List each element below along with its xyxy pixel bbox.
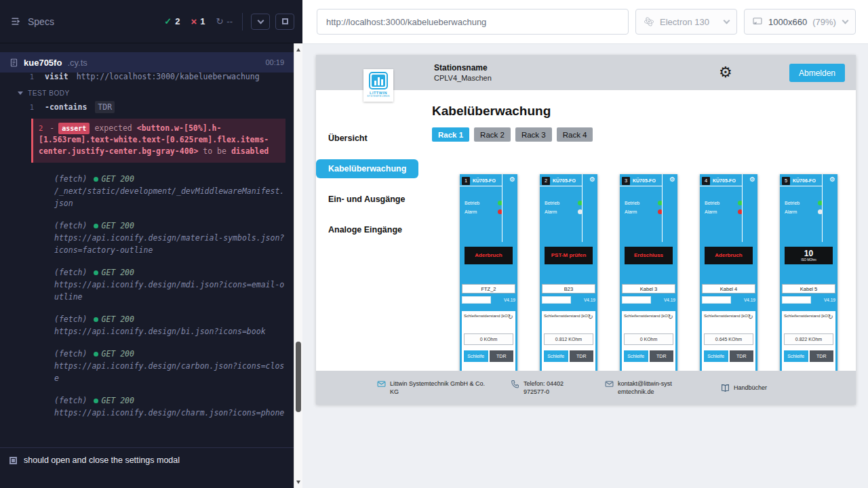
app-main: Kabelüberwachung Rack 1 Rack 2 Rack 3 Ra…: [421, 90, 856, 405]
fetch-log-entry[interactable]: (fetch)GET 200 /_next/static/development…: [54, 173, 287, 209]
indicator-box: [462, 296, 491, 304]
check-icon: ✓: [164, 16, 172, 26]
refresh-icon[interactable]: ↻: [828, 314, 833, 320]
scrollbar-thumb[interactable]: [296, 342, 301, 413]
tdr-button[interactable]: TDR: [570, 350, 594, 362]
card-number-badge: 3: [622, 177, 630, 185]
schleife-button[interactable]: Schleife: [544, 350, 568, 362]
tab-rack-3[interactable]: Rack 3: [515, 127, 552, 142]
betrieb-label: Betrieb: [705, 201, 719, 205]
assert-state: disabled: [231, 146, 269, 156]
card-divider: [540, 186, 582, 186]
fetch-log-entry[interactable]: (fetch)GET 200 https://api.iconify.desig…: [54, 394, 287, 419]
cable-name: Kabel 5: [782, 284, 835, 293]
visit-command[interactable]: 1 visit http://localhost:3000/kabelueber…: [9, 73, 294, 83]
scroll-up-arrow[interactable]: [294, 45, 302, 54]
resistance-panel: Schleifenwiderstand [kOhm]↻ 0.812 KOhm S…: [542, 311, 595, 378]
fetch-prefix: (fetch): [54, 220, 87, 232]
success-dot-icon: [94, 177, 98, 182]
resistance-label: Schleifenwiderstand [kOhm]: [624, 314, 668, 318]
betrieb-label: Betrieb: [625, 201, 639, 205]
card-gear-icon[interactable]: ⚙: [829, 176, 835, 183]
sidebar-scrollbar[interactable]: [294, 43, 302, 488]
alarm-label: Alarm: [545, 209, 557, 214]
card-gear-icon[interactable]: ⚙: [669, 176, 675, 183]
refresh-icon[interactable]: ↻: [748, 314, 753, 320]
status-display: Aderbruch: [705, 247, 753, 264]
logout-button[interactable]: Abmelden: [789, 64, 845, 82]
passed-count: ✓2: [164, 16, 180, 26]
email-address: kontakt@littwin-systemtechnik.de: [618, 380, 673, 396]
tdr-button[interactable]: TDR: [490, 350, 514, 362]
sidebar-item-uebersicht[interactable]: Übersicht: [316, 129, 421, 148]
pending-test-icon: [9, 457, 17, 464]
aut-panel: Electron 130 1000x660 (79%) LITTWIN SYST…: [302, 0, 868, 488]
company-name: Littwin Systemtechnik GmbH & Co. KG: [390, 380, 492, 396]
spec-file-icon: [9, 58, 18, 67]
sidebar-item-analoge-eingaenge[interactable]: Analoge Eingänge: [316, 220, 421, 239]
fetch-prefix: (fetch): [54, 313, 87, 325]
resistance-panel: Schleifenwiderstand [kOhm]↻ 0.645 KOhm S…: [702, 311, 755, 378]
stop-tests-button[interactable]: [275, 14, 294, 30]
refresh-icon[interactable]: ↻: [508, 314, 513, 320]
fetch-log-entry[interactable]: (fetch)GET 200 https://api.iconify.desig…: [54, 266, 287, 303]
schleife-button[interactable]: Schleife: [704, 350, 728, 362]
fetch-log-entry[interactable]: (fetch)GET 200 https://api.iconify.desig…: [54, 313, 287, 338]
schleife-button[interactable]: Schleife: [624, 350, 648, 362]
line-number: 2: [39, 124, 43, 132]
fetch-url: https://api.iconify.design/mdi.json?icon…: [54, 279, 287, 303]
tdr-button[interactable]: TDR: [810, 350, 834, 362]
tdr-button[interactable]: TDR: [730, 350, 754, 362]
card-divider: [502, 174, 502, 242]
card-gear-icon[interactable]: ⚙: [589, 176, 595, 183]
refresh-icon[interactable]: ↻: [668, 314, 673, 320]
app-footer: Littwin Systemtechnik GmbH & Co. KG Tele…: [316, 371, 856, 405]
status-text: Erdschluss: [634, 253, 663, 259]
card-gear-icon[interactable]: ⚙: [749, 176, 755, 183]
littwin-logo: LITTWIN SYSTEMTECHNIK: [363, 69, 393, 102]
settings-gear-icon[interactable]: ⚙: [719, 65, 732, 80]
app-window: LITTWIN SYSTEMTECHNIK Stationsname CPLV4…: [316, 55, 856, 405]
logo-icon: [369, 72, 388, 89]
chevron-down-icon: [257, 17, 264, 24]
failed-assert-command[interactable]: 2-assertexpected <button.w-[50%].h-[1.56…: [31, 119, 285, 163]
specs-menu-button[interactable]: Specs: [11, 16, 54, 27]
spec-header[interactable]: kue705fo.cy.ts 00:19: [0, 52, 294, 73]
fetch-log-entry[interactable]: (fetch)GET 200 https://api.iconify.desig…: [54, 220, 287, 256]
url-input[interactable]: [317, 9, 629, 35]
sidebar-item-ein-und-ausgaenge[interactable]: Ein- und Ausgänge: [316, 190, 421, 209]
tab-rack-4[interactable]: Rack 4: [557, 127, 593, 142]
scroll-down-arrow[interactable]: [294, 477, 302, 487]
contains-command[interactable]: 1 -contains TDR: [9, 101, 294, 113]
fetch-log-entry[interactable]: (fetch)GET 200 https://api.iconify.desig…: [54, 348, 287, 384]
refresh-icon[interactable]: ↻: [588, 314, 593, 320]
fetch-status: GET 200: [101, 313, 134, 325]
browser-select[interactable]: Electron 130: [635, 9, 737, 35]
rack-tabs: Rack 1 Rack 2 Rack 3 Rack 4: [432, 127, 856, 142]
status-display: PST-M prüfen: [545, 247, 593, 264]
fetch-status: GET 200: [101, 173, 134, 185]
resistance-label: Schleifenwiderstand [kOhm]: [544, 314, 588, 318]
card-gear-icon[interactable]: ⚙: [509, 176, 515, 183]
viewport-select[interactable]: 1000x660 (79%): [744, 9, 856, 35]
tab-rack-2[interactable]: Rack 2: [474, 127, 511, 142]
card-divider: [822, 174, 823, 242]
indicator-box: [702, 296, 731, 304]
card-number-badge: 4: [702, 177, 710, 185]
tdr-button[interactable]: TDR: [650, 350, 674, 362]
collapse-all-button[interactable]: [251, 14, 270, 30]
indicator-box: [542, 296, 571, 304]
schleife-button[interactable]: Schleife: [784, 350, 808, 362]
spec-timer: 00:19: [265, 58, 284, 66]
tab-rack-1[interactable]: Rack 1: [432, 127, 469, 142]
footer-phone[interactable]: Telefon: 04402 972577-0: [511, 380, 586, 396]
test-stats: ✓2 ×1 ↻--: [164, 16, 233, 27]
device-card: 5 KÜ706-FO ⚙ Betrieb Alarm 10 ISO MOhm: [780, 174, 837, 378]
footer-email[interactable]: kontakt@littwin-systemtechnik.de: [605, 380, 673, 396]
schleife-button[interactable]: Schleife: [464, 350, 488, 362]
test-body-section-toggle[interactable]: TEST BODY: [9, 83, 294, 100]
pending-test-row[interactable]: should open and close the settings modal: [0, 447, 294, 488]
footer-manuals-link[interactable]: Handbücher: [721, 384, 767, 392]
fetch-prefix: (fetch): [54, 394, 87, 407]
sidebar-item-kabelueberwachung[interactable]: Kabelüberwachung: [316, 159, 418, 178]
